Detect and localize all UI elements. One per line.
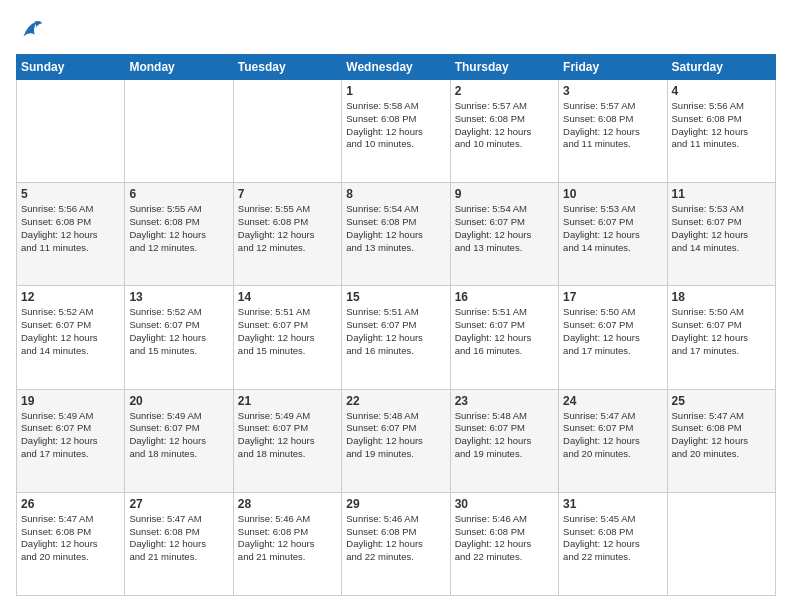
day-info: Sunrise: 5:53 AM Sunset: 6:07 PM Dayligh… (672, 203, 771, 254)
calendar-cell: 24Sunrise: 5:47 AM Sunset: 6:07 PM Dayli… (559, 389, 667, 492)
calendar-cell: 17Sunrise: 5:50 AM Sunset: 6:07 PM Dayli… (559, 286, 667, 389)
calendar-week-1: 1Sunrise: 5:58 AM Sunset: 6:08 PM Daylig… (17, 80, 776, 183)
calendar-cell: 13Sunrise: 5:52 AM Sunset: 6:07 PM Dayli… (125, 286, 233, 389)
calendar-table: SundayMondayTuesdayWednesdayThursdayFrid… (16, 54, 776, 596)
day-info: Sunrise: 5:45 AM Sunset: 6:08 PM Dayligh… (563, 513, 662, 564)
calendar-cell: 1Sunrise: 5:58 AM Sunset: 6:08 PM Daylig… (342, 80, 450, 183)
calendar-cell: 28Sunrise: 5:46 AM Sunset: 6:08 PM Dayli… (233, 492, 341, 595)
day-number: 24 (563, 394, 662, 408)
day-number: 5 (21, 187, 120, 201)
day-number: 11 (672, 187, 771, 201)
day-info: Sunrise: 5:47 AM Sunset: 6:08 PM Dayligh… (672, 410, 771, 461)
day-number: 15 (346, 290, 445, 304)
calendar-cell: 16Sunrise: 5:51 AM Sunset: 6:07 PM Dayli… (450, 286, 558, 389)
calendar-cell: 4Sunrise: 5:56 AM Sunset: 6:08 PM Daylig… (667, 80, 775, 183)
calendar-cell: 31Sunrise: 5:45 AM Sunset: 6:08 PM Dayli… (559, 492, 667, 595)
day-number: 13 (129, 290, 228, 304)
calendar-cell: 9Sunrise: 5:54 AM Sunset: 6:07 PM Daylig… (450, 183, 558, 286)
calendar-week-4: 19Sunrise: 5:49 AM Sunset: 6:07 PM Dayli… (17, 389, 776, 492)
day-info: Sunrise: 5:50 AM Sunset: 6:07 PM Dayligh… (563, 306, 662, 357)
weekday-header-tuesday: Tuesday (233, 55, 341, 80)
day-number: 8 (346, 187, 445, 201)
day-info: Sunrise: 5:54 AM Sunset: 6:07 PM Dayligh… (455, 203, 554, 254)
day-number: 22 (346, 394, 445, 408)
day-info: Sunrise: 5:53 AM Sunset: 6:07 PM Dayligh… (563, 203, 662, 254)
day-info: Sunrise: 5:49 AM Sunset: 6:07 PM Dayligh… (238, 410, 337, 461)
calendar-week-2: 5Sunrise: 5:56 AM Sunset: 6:08 PM Daylig… (17, 183, 776, 286)
calendar-cell: 30Sunrise: 5:46 AM Sunset: 6:08 PM Dayli… (450, 492, 558, 595)
day-number: 12 (21, 290, 120, 304)
day-number: 30 (455, 497, 554, 511)
day-number: 28 (238, 497, 337, 511)
calendar-cell: 14Sunrise: 5:51 AM Sunset: 6:07 PM Dayli… (233, 286, 341, 389)
calendar-cell: 2Sunrise: 5:57 AM Sunset: 6:08 PM Daylig… (450, 80, 558, 183)
header (16, 16, 776, 44)
day-info: Sunrise: 5:58 AM Sunset: 6:08 PM Dayligh… (346, 100, 445, 151)
calendar-cell: 11Sunrise: 5:53 AM Sunset: 6:07 PM Dayli… (667, 183, 775, 286)
calendar-cell: 27Sunrise: 5:47 AM Sunset: 6:08 PM Dayli… (125, 492, 233, 595)
weekday-header-thursday: Thursday (450, 55, 558, 80)
calendar-cell: 12Sunrise: 5:52 AM Sunset: 6:07 PM Dayli… (17, 286, 125, 389)
day-info: Sunrise: 5:51 AM Sunset: 6:07 PM Dayligh… (238, 306, 337, 357)
day-number: 29 (346, 497, 445, 511)
calendar-cell: 26Sunrise: 5:47 AM Sunset: 6:08 PM Dayli… (17, 492, 125, 595)
calendar-cell: 23Sunrise: 5:48 AM Sunset: 6:07 PM Dayli… (450, 389, 558, 492)
day-info: Sunrise: 5:49 AM Sunset: 6:07 PM Dayligh… (129, 410, 228, 461)
day-number: 3 (563, 84, 662, 98)
day-number: 20 (129, 394, 228, 408)
calendar-cell: 15Sunrise: 5:51 AM Sunset: 6:07 PM Dayli… (342, 286, 450, 389)
day-info: Sunrise: 5:47 AM Sunset: 6:08 PM Dayligh… (129, 513, 228, 564)
weekday-header-friday: Friday (559, 55, 667, 80)
calendar-header-row: SundayMondayTuesdayWednesdayThursdayFrid… (17, 55, 776, 80)
day-number: 9 (455, 187, 554, 201)
calendar-cell (667, 492, 775, 595)
calendar-cell (125, 80, 233, 183)
day-info: Sunrise: 5:47 AM Sunset: 6:07 PM Dayligh… (563, 410, 662, 461)
day-info: Sunrise: 5:56 AM Sunset: 6:08 PM Dayligh… (21, 203, 120, 254)
calendar-cell: 8Sunrise: 5:54 AM Sunset: 6:08 PM Daylig… (342, 183, 450, 286)
day-info: Sunrise: 5:46 AM Sunset: 6:08 PM Dayligh… (455, 513, 554, 564)
day-number: 6 (129, 187, 228, 201)
day-number: 25 (672, 394, 771, 408)
day-number: 7 (238, 187, 337, 201)
day-info: Sunrise: 5:55 AM Sunset: 6:08 PM Dayligh… (129, 203, 228, 254)
day-number: 18 (672, 290, 771, 304)
logo (16, 16, 48, 44)
day-number: 17 (563, 290, 662, 304)
weekday-header-monday: Monday (125, 55, 233, 80)
day-info: Sunrise: 5:54 AM Sunset: 6:08 PM Dayligh… (346, 203, 445, 254)
weekday-header-sunday: Sunday (17, 55, 125, 80)
calendar-cell: 7Sunrise: 5:55 AM Sunset: 6:08 PM Daylig… (233, 183, 341, 286)
logo-icon (16, 16, 44, 44)
calendar-week-3: 12Sunrise: 5:52 AM Sunset: 6:07 PM Dayli… (17, 286, 776, 389)
day-number: 27 (129, 497, 228, 511)
day-info: Sunrise: 5:55 AM Sunset: 6:08 PM Dayligh… (238, 203, 337, 254)
day-number: 19 (21, 394, 120, 408)
calendar-cell: 19Sunrise: 5:49 AM Sunset: 6:07 PM Dayli… (17, 389, 125, 492)
day-info: Sunrise: 5:49 AM Sunset: 6:07 PM Dayligh… (21, 410, 120, 461)
calendar-cell: 10Sunrise: 5:53 AM Sunset: 6:07 PM Dayli… (559, 183, 667, 286)
calendar-cell: 5Sunrise: 5:56 AM Sunset: 6:08 PM Daylig… (17, 183, 125, 286)
day-number: 14 (238, 290, 337, 304)
day-number: 21 (238, 394, 337, 408)
day-info: Sunrise: 5:57 AM Sunset: 6:08 PM Dayligh… (563, 100, 662, 151)
day-info: Sunrise: 5:52 AM Sunset: 6:07 PM Dayligh… (129, 306, 228, 357)
calendar-cell: 20Sunrise: 5:49 AM Sunset: 6:07 PM Dayli… (125, 389, 233, 492)
calendar-week-5: 26Sunrise: 5:47 AM Sunset: 6:08 PM Dayli… (17, 492, 776, 595)
calendar-cell: 22Sunrise: 5:48 AM Sunset: 6:07 PM Dayli… (342, 389, 450, 492)
day-number: 16 (455, 290, 554, 304)
calendar-cell: 6Sunrise: 5:55 AM Sunset: 6:08 PM Daylig… (125, 183, 233, 286)
day-number: 4 (672, 84, 771, 98)
calendar-cell: 29Sunrise: 5:46 AM Sunset: 6:08 PM Dayli… (342, 492, 450, 595)
page: SundayMondayTuesdayWednesdayThursdayFrid… (0, 0, 792, 612)
day-number: 10 (563, 187, 662, 201)
day-number: 31 (563, 497, 662, 511)
calendar-cell: 3Sunrise: 5:57 AM Sunset: 6:08 PM Daylig… (559, 80, 667, 183)
day-info: Sunrise: 5:51 AM Sunset: 6:07 PM Dayligh… (346, 306, 445, 357)
day-number: 26 (21, 497, 120, 511)
day-info: Sunrise: 5:46 AM Sunset: 6:08 PM Dayligh… (238, 513, 337, 564)
day-info: Sunrise: 5:46 AM Sunset: 6:08 PM Dayligh… (346, 513, 445, 564)
day-info: Sunrise: 5:52 AM Sunset: 6:07 PM Dayligh… (21, 306, 120, 357)
day-info: Sunrise: 5:51 AM Sunset: 6:07 PM Dayligh… (455, 306, 554, 357)
day-info: Sunrise: 5:48 AM Sunset: 6:07 PM Dayligh… (455, 410, 554, 461)
